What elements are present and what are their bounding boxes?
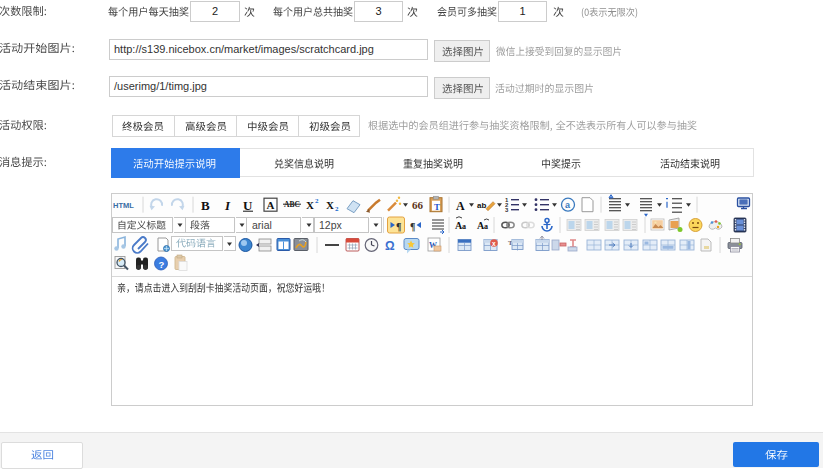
svg-text:¶: ¶ xyxy=(396,221,401,232)
svg-text:T: T xyxy=(434,202,440,212)
svg-text:I: I xyxy=(224,198,231,213)
svg-text:3: 3 xyxy=(505,207,509,213)
svg-text:U: U xyxy=(243,198,253,213)
svg-text:a: a xyxy=(565,200,571,210)
svg-text:A: A xyxy=(456,199,465,213)
svg-text:Ω: Ω xyxy=(385,239,395,253)
svg-text:a: a xyxy=(462,222,466,231)
svg-text:ab: ab xyxy=(477,201,486,210)
svg-text:B: B xyxy=(201,198,210,213)
svg-text:A: A xyxy=(267,199,275,211)
svg-text:2: 2 xyxy=(315,197,319,205)
svg-text:a: a xyxy=(484,222,488,231)
svg-text:X: X xyxy=(306,199,314,211)
svg-text:2: 2 xyxy=(335,205,339,213)
svg-text:x: x xyxy=(492,240,496,247)
svg-text:¶: ¶ xyxy=(410,221,415,232)
svg-text:HTML: HTML xyxy=(113,201,134,210)
svg-text:66: 66 xyxy=(412,199,424,211)
svg-text:X: X xyxy=(326,199,334,211)
svg-text:?: ? xyxy=(159,259,165,270)
